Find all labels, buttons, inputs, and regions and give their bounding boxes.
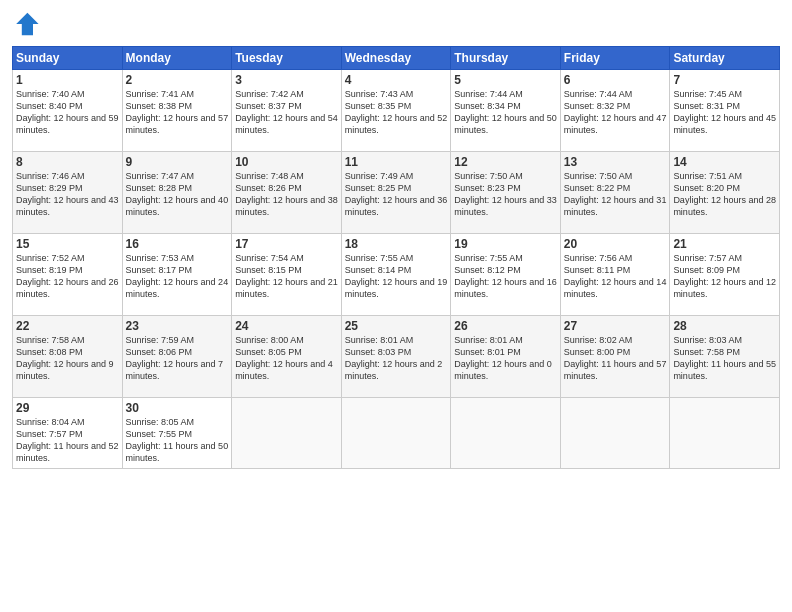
day-number: 13 [564,155,667,169]
calendar-cell: 19Sunrise: 7:55 AMSunset: 8:12 PMDayligh… [451,234,561,316]
day-number: 28 [673,319,776,333]
calendar-cell [341,398,451,469]
calendar-cell: 20Sunrise: 7:56 AMSunset: 8:11 PMDayligh… [560,234,670,316]
calendar-cell: 8Sunrise: 7:46 AMSunset: 8:29 PMDaylight… [13,152,123,234]
day-info: Sunrise: 8:04 AMSunset: 7:57 PMDaylight:… [16,416,119,465]
day-number: 7 [673,73,776,87]
calendar-cell: 6Sunrise: 7:44 AMSunset: 8:32 PMDaylight… [560,70,670,152]
day-info: Sunrise: 7:46 AMSunset: 8:29 PMDaylight:… [16,170,119,219]
day-info: Sunrise: 7:55 AMSunset: 8:14 PMDaylight:… [345,252,448,301]
calendar-cell: 29Sunrise: 8:04 AMSunset: 7:57 PMDayligh… [13,398,123,469]
calendar-cell: 4Sunrise: 7:43 AMSunset: 8:35 PMDaylight… [341,70,451,152]
calendar-cell: 3Sunrise: 7:42 AMSunset: 8:37 PMDaylight… [232,70,342,152]
calendar-cell: 22Sunrise: 7:58 AMSunset: 8:08 PMDayligh… [13,316,123,398]
calendar-cell: 26Sunrise: 8:01 AMSunset: 8:01 PMDayligh… [451,316,561,398]
day-info: Sunrise: 8:05 AMSunset: 7:55 PMDaylight:… [126,416,229,465]
calendar-cell: 11Sunrise: 7:49 AMSunset: 8:25 PMDayligh… [341,152,451,234]
calendar-week-row: 29Sunrise: 8:04 AMSunset: 7:57 PMDayligh… [13,398,780,469]
day-info: Sunrise: 7:55 AMSunset: 8:12 PMDaylight:… [454,252,557,301]
day-number: 3 [235,73,338,87]
day-number: 10 [235,155,338,169]
day-number: 26 [454,319,557,333]
day-info: Sunrise: 8:01 AMSunset: 8:03 PMDaylight:… [345,334,448,383]
day-number: 18 [345,237,448,251]
calendar-cell: 23Sunrise: 7:59 AMSunset: 8:06 PMDayligh… [122,316,232,398]
calendar-cell: 25Sunrise: 8:01 AMSunset: 8:03 PMDayligh… [341,316,451,398]
calendar-cell: 28Sunrise: 8:03 AMSunset: 7:58 PMDayligh… [670,316,780,398]
day-number: 29 [16,401,119,415]
col-header-saturday: Saturday [670,47,780,70]
day-info: Sunrise: 8:00 AMSunset: 8:05 PMDaylight:… [235,334,338,383]
day-info: Sunrise: 7:52 AMSunset: 8:19 PMDaylight:… [16,252,119,301]
day-info: Sunrise: 7:53 AMSunset: 8:17 PMDaylight:… [126,252,229,301]
calendar-cell: 7Sunrise: 7:45 AMSunset: 8:31 PMDaylight… [670,70,780,152]
day-number: 23 [126,319,229,333]
day-info: Sunrise: 8:02 AMSunset: 8:00 PMDaylight:… [564,334,667,383]
day-info: Sunrise: 7:56 AMSunset: 8:11 PMDaylight:… [564,252,667,301]
day-number: 6 [564,73,667,87]
calendar-cell: 12Sunrise: 7:50 AMSunset: 8:23 PMDayligh… [451,152,561,234]
day-info: Sunrise: 7:40 AMSunset: 8:40 PMDaylight:… [16,88,119,137]
calendar-cell [670,398,780,469]
col-header-thursday: Thursday [451,47,561,70]
day-number: 21 [673,237,776,251]
svg-marker-0 [16,13,38,35]
calendar-cell [560,398,670,469]
day-info: Sunrise: 7:43 AMSunset: 8:35 PMDaylight:… [345,88,448,137]
calendar-week-row: 8Sunrise: 7:46 AMSunset: 8:29 PMDaylight… [13,152,780,234]
col-header-monday: Monday [122,47,232,70]
calendar-cell: 13Sunrise: 7:50 AMSunset: 8:22 PMDayligh… [560,152,670,234]
day-number: 12 [454,155,557,169]
day-info: Sunrise: 7:44 AMSunset: 8:34 PMDaylight:… [454,88,557,137]
day-number: 25 [345,319,448,333]
day-info: Sunrise: 7:42 AMSunset: 8:37 PMDaylight:… [235,88,338,137]
calendar-cell: 18Sunrise: 7:55 AMSunset: 8:14 PMDayligh… [341,234,451,316]
logo [12,10,44,38]
day-info: Sunrise: 7:50 AMSunset: 8:22 PMDaylight:… [564,170,667,219]
day-number: 14 [673,155,776,169]
calendar-cell: 16Sunrise: 7:53 AMSunset: 8:17 PMDayligh… [122,234,232,316]
day-number: 16 [126,237,229,251]
day-info: Sunrise: 7:41 AMSunset: 8:38 PMDaylight:… [126,88,229,137]
day-info: Sunrise: 7:45 AMSunset: 8:31 PMDaylight:… [673,88,776,137]
day-info: Sunrise: 7:48 AMSunset: 8:26 PMDaylight:… [235,170,338,219]
calendar-cell: 30Sunrise: 8:05 AMSunset: 7:55 PMDayligh… [122,398,232,469]
day-number: 4 [345,73,448,87]
calendar-cell: 21Sunrise: 7:57 AMSunset: 8:09 PMDayligh… [670,234,780,316]
day-number: 17 [235,237,338,251]
calendar-week-row: 22Sunrise: 7:58 AMSunset: 8:08 PMDayligh… [13,316,780,398]
day-info: Sunrise: 7:49 AMSunset: 8:25 PMDaylight:… [345,170,448,219]
day-info: Sunrise: 7:54 AMSunset: 8:15 PMDaylight:… [235,252,338,301]
day-number: 9 [126,155,229,169]
col-header-tuesday: Tuesday [232,47,342,70]
day-number: 27 [564,319,667,333]
day-number: 5 [454,73,557,87]
day-info: Sunrise: 8:01 AMSunset: 8:01 PMDaylight:… [454,334,557,383]
calendar-cell: 24Sunrise: 8:00 AMSunset: 8:05 PMDayligh… [232,316,342,398]
calendar-header-row: SundayMondayTuesdayWednesdayThursdayFrid… [13,47,780,70]
day-info: Sunrise: 7:47 AMSunset: 8:28 PMDaylight:… [126,170,229,219]
day-number: 8 [16,155,119,169]
calendar-table: SundayMondayTuesdayWednesdayThursdayFrid… [12,46,780,469]
col-header-wednesday: Wednesday [341,47,451,70]
col-header-sunday: Sunday [13,47,123,70]
day-number: 11 [345,155,448,169]
calendar-cell: 17Sunrise: 7:54 AMSunset: 8:15 PMDayligh… [232,234,342,316]
calendar-cell: 14Sunrise: 7:51 AMSunset: 8:20 PMDayligh… [670,152,780,234]
day-number: 30 [126,401,229,415]
day-info: Sunrise: 7:44 AMSunset: 8:32 PMDaylight:… [564,88,667,137]
day-info: Sunrise: 7:58 AMSunset: 8:08 PMDaylight:… [16,334,119,383]
day-number: 20 [564,237,667,251]
calendar-cell: 15Sunrise: 7:52 AMSunset: 8:19 PMDayligh… [13,234,123,316]
calendar-cell: 1Sunrise: 7:40 AMSunset: 8:40 PMDaylight… [13,70,123,152]
day-info: Sunrise: 7:57 AMSunset: 8:09 PMDaylight:… [673,252,776,301]
day-info: Sunrise: 7:50 AMSunset: 8:23 PMDaylight:… [454,170,557,219]
calendar-week-row: 1Sunrise: 7:40 AMSunset: 8:40 PMDaylight… [13,70,780,152]
calendar-week-row: 15Sunrise: 7:52 AMSunset: 8:19 PMDayligh… [13,234,780,316]
day-number: 2 [126,73,229,87]
calendar-cell: 10Sunrise: 7:48 AMSunset: 8:26 PMDayligh… [232,152,342,234]
calendar-cell [451,398,561,469]
day-info: Sunrise: 8:03 AMSunset: 7:58 PMDaylight:… [673,334,776,383]
calendar-cell [232,398,342,469]
day-number: 22 [16,319,119,333]
